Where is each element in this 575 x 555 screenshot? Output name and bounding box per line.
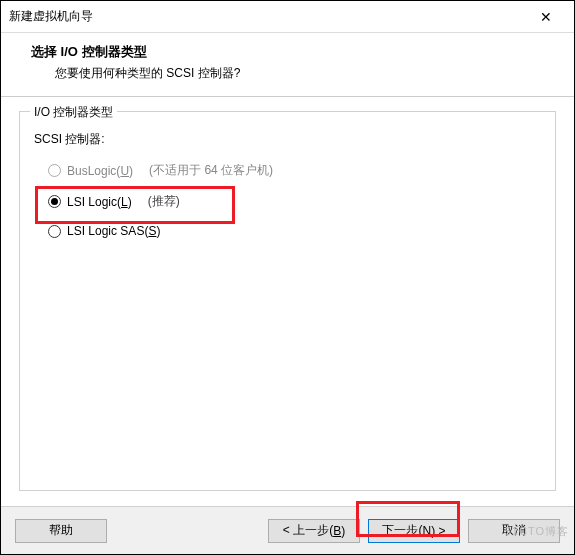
radio-icon bbox=[48, 164, 61, 177]
wizard-footer: 帮助 < 上一步(B) 下一步(N) > 取消 bbox=[1, 506, 574, 554]
annotation-highlight-option bbox=[35, 186, 235, 224]
scsi-controller-label: SCSI 控制器: bbox=[34, 131, 541, 148]
close-icon: ✕ bbox=[540, 9, 552, 25]
radio-note-buslogic: (不适用于 64 位客户机) bbox=[149, 162, 273, 179]
cancel-button[interactable]: 取消 bbox=[468, 519, 560, 543]
wizard-header: 选择 I/O 控制器类型 您要使用何种类型的 SCSI 控制器? bbox=[1, 33, 574, 97]
radio-label-lsisas: LSI Logic SAS(S) bbox=[67, 224, 160, 238]
header-description: 您要使用何种类型的 SCSI 控制器? bbox=[31, 65, 554, 82]
annotation-highlight-next bbox=[356, 501, 460, 537]
content-area: I/O 控制器类型 SCSI 控制器: BusLogic(U) (不适用于 64… bbox=[1, 97, 574, 506]
radio-icon bbox=[48, 225, 61, 238]
io-controller-fieldset: I/O 控制器类型 SCSI 控制器: BusLogic(U) (不适用于 64… bbox=[19, 111, 556, 491]
window-title: 新建虚拟机向导 bbox=[9, 8, 93, 25]
titlebar: 新建虚拟机向导 ✕ bbox=[1, 1, 574, 33]
radio-option-lsisas[interactable]: LSI Logic SAS(S) bbox=[34, 224, 541, 238]
radio-option-buslogic: BusLogic(U) (不适用于 64 位客户机) bbox=[34, 162, 541, 179]
back-button[interactable]: < 上一步(B) bbox=[268, 519, 360, 543]
help-button[interactable]: 帮助 bbox=[15, 519, 107, 543]
fieldset-legend: I/O 控制器类型 bbox=[30, 104, 117, 121]
close-button[interactable]: ✕ bbox=[526, 3, 566, 31]
header-title: 选择 I/O 控制器类型 bbox=[31, 43, 554, 61]
radio-label-buslogic: BusLogic(U) bbox=[67, 164, 133, 178]
wizard-dialog: 新建虚拟机向导 ✕ 选择 I/O 控制器类型 您要使用何种类型的 SCSI 控制… bbox=[0, 0, 575, 555]
